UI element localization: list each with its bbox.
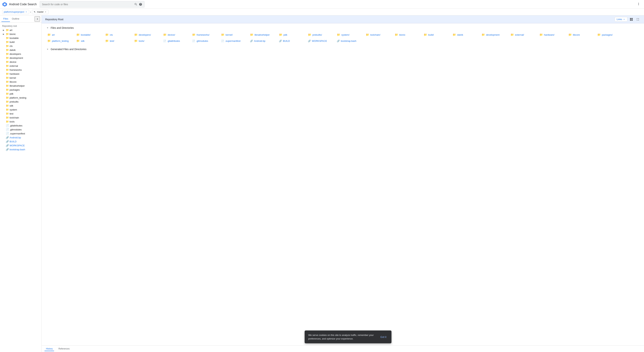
- tree-item-label-frameworks: frameworks: [10, 68, 22, 71]
- folder-icon-kernel: 📁: [6, 76, 9, 79]
- search-bar[interactable]: [40, 1, 144, 8]
- file-item-cts[interactable]: 📁 cts: [104, 32, 133, 37]
- file-item-toolchain[interactable]: 📁 toolchain/: [364, 32, 393, 37]
- file-item-supermanifest[interactable]: 📄 .supermanifest: [220, 38, 248, 43]
- tree-item-gitattributes[interactable]: ▶ 📄 .gitattributes: [0, 124, 42, 128]
- tree-item-hardware[interactable]: ▶ 📁 hardware: [0, 72, 42, 76]
- file-item-tools[interactable]: 📁 tools/: [133, 38, 162, 43]
- file-item-developers[interactable]: 📁 developers/: [133, 32, 162, 37]
- files-section-toggle[interactable]: [46, 26, 49, 30]
- folder-icon-developers: 📁: [6, 52, 9, 55]
- file-item-bootstrap-bash-link[interactable]: 🔗 bootstrap.bash: [336, 38, 364, 43]
- tree-item-test[interactable]: ▶ 📁 test: [0, 112, 42, 116]
- got-it-button[interactable]: Got it: [379, 335, 388, 339]
- tree-item-kernel[interactable]: ▶ 📁 kernel: [0, 76, 42, 80]
- folder-icon: 📁: [134, 39, 138, 42]
- file-item-device[interactable]: 📁 device/: [162, 32, 191, 37]
- file-item-android-bp[interactable]: 🔗 Android.bp: [248, 38, 278, 43]
- tree-item-bootstrap-bash[interactable]: ▶ 🔗 bootstrap.bash: [0, 148, 42, 152]
- file-item-art[interactable]: 📁 art: [46, 32, 75, 37]
- tree-item-build-file[interactable]: ▶ 🔗 BUILD: [0, 140, 42, 144]
- file-item-name: build/: [428, 34, 434, 36]
- tab-outline[interactable]: Outline: [10, 16, 21, 22]
- search-icon[interactable]: [134, 3, 138, 6]
- fullscreen-icon[interactable]: [635, 17, 640, 22]
- file-item-external[interactable]: 📁 external/: [509, 32, 538, 37]
- tree-item-workspace[interactable]: ▶ 🔗 WORKSPACE: [0, 144, 42, 148]
- tree-item-dalvik[interactable]: ▶ 📁 dalvik: [0, 48, 42, 52]
- folder-icon-bootable: 📁: [6, 36, 9, 40]
- tree-item-libnativehelper[interactable]: ▶ 📁 libnativehelper: [0, 84, 42, 88]
- file-item-pdk[interactable]: 📁 pdk: [278, 32, 306, 37]
- folder-icon-packages: 📁: [6, 88, 9, 91]
- file-item-gitattributes[interactable]: 📄 .gitattributes: [162, 38, 191, 43]
- tree-item-frameworks[interactable]: ▶ 📁 frameworks: [0, 68, 42, 72]
- help-icon[interactable]: [139, 3, 142, 6]
- history-tab[interactable]: History: [44, 347, 54, 351]
- tree-item-external[interactable]: ▶ 📁 external: [0, 64, 42, 68]
- file-item-system[interactable]: 📁 system/: [336, 32, 364, 37]
- file-item-development[interactable]: 📁 development: [480, 32, 509, 37]
- tree-item-cts[interactable]: ▶ 📁 cts: [0, 44, 42, 48]
- file-item-kernel[interactable]: 📁 kernel/: [220, 32, 248, 37]
- folder-icon: 📁: [76, 39, 80, 42]
- tree-item-prebuilts[interactable]: ▶ 📁 prebuilts: [0, 100, 42, 104]
- tree-item-label-art: art: [10, 29, 12, 32]
- generated-section-toggle[interactable]: [46, 48, 49, 51]
- tree-item-system[interactable]: ▶ 📁 system: [0, 108, 42, 112]
- file-item-name: Android.bp: [254, 40, 266, 42]
- project-breadcrumb[interactable]: platform/superproject: [2, 10, 29, 14]
- tree-item-sdk[interactable]: ▶ 📁 sdk: [0, 104, 42, 108]
- file-item-test[interactable]: 📁 test/: [104, 38, 133, 43]
- file-item-hardware[interactable]: 📁 hardware/: [538, 32, 567, 37]
- file-item-packages[interactable]: 📁 packages/: [596, 32, 625, 37]
- more-options-icon[interactable]: [635, 1, 642, 8]
- file-item-libcore[interactable]: 📁 libcore: [567, 32, 596, 37]
- tree-item-development[interactable]: ▶ 📁 development: [0, 56, 42, 60]
- file-item-bootable[interactable]: 📁 bootable/: [75, 32, 104, 37]
- tree-item-device[interactable]: ▶ 📁 device: [0, 60, 42, 64]
- file-item-sdk[interactable]: 📁 sdk: [75, 38, 104, 43]
- file-item-libnativehelper[interactable]: 📁 libnativehelper: [248, 32, 278, 37]
- file-item-build[interactable]: 📁 build/: [422, 32, 451, 37]
- tab-files[interactable]: Files: [2, 16, 10, 22]
- tree-item-art[interactable]: ▶ 📁 art: [0, 28, 42, 32]
- tree-item-platform-testing[interactable]: ▶ 📁 platform_testing: [0, 96, 42, 100]
- file-item-build-link[interactable]: 🔗 BUILD: [278, 38, 306, 43]
- file-item-dalvik[interactable]: 📁 dalvik: [451, 32, 480, 37]
- file-item-gitmodules[interactable]: 📄 .gitmodules: [191, 38, 220, 43]
- folder-icon-frameworks: 📁: [6, 68, 9, 71]
- file-item-platform-testing[interactable]: 📁 platform_testing: [46, 38, 75, 43]
- links-button[interactable]: Links: [615, 17, 627, 22]
- tree-item-toolchain[interactable]: ▶ 📁 toolchain: [0, 116, 42, 120]
- tree-item-libcore[interactable]: ▶ 📁 libcore: [0, 80, 42, 84]
- tree-item-build[interactable]: ▶ 📁 build: [0, 40, 42, 44]
- tree-item-developers[interactable]: ▶ 📁 developers: [0, 52, 42, 56]
- tree-item-gitmodules[interactable]: ▶ 📄 .gitmodules: [0, 128, 42, 132]
- tree-item-label-bionic: bionic: [10, 33, 16, 36]
- tree-item-android-bp[interactable]: ▶ 🔗 Android.bp: [0, 136, 42, 140]
- sidebar-collapse-button[interactable]: [34, 16, 40, 22]
- tree-item-packages[interactable]: ▶ 📁 packages: [0, 88, 42, 92]
- tree-item-label-prebuilts: prebuilts: [10, 100, 18, 103]
- tree-item-label-device: device: [10, 60, 16, 63]
- folder-icon: 📁: [279, 33, 282, 36]
- references-tab[interactable]: References: [57, 347, 71, 351]
- tree-item-label-external: external: [10, 64, 18, 67]
- tree-item-pdk[interactable]: ▶ 📁 pdk: [0, 92, 42, 96]
- tree-item-bionic[interactable]: ▶ 📁 bionic: [0, 32, 42, 36]
- file-item-workspace-link[interactable]: 🔗 WORKSPACE: [306, 38, 336, 43]
- tree-item-supermanifest[interactable]: ▶ 📄 .supermanifest: [0, 132, 42, 136]
- file-item-prebuilts[interactable]: 📁 prebuilts/: [306, 32, 336, 37]
- tree-item-tools[interactable]: ▶ 📁 tools: [0, 120, 42, 124]
- branch-breadcrumb[interactable]: master: [32, 10, 48, 14]
- link-chain-icon: 🔗: [308, 40, 311, 42]
- breadcrumb-bar: platform/superproject › master: [0, 9, 644, 16]
- search-input[interactable]: [42, 3, 133, 6]
- tree-item-bootable[interactable]: ▶ 📁 bootable: [0, 36, 42, 40]
- split-view-icon[interactable]: [629, 17, 634, 22]
- file-item-frameworks[interactable]: 📁 frameworks/: [191, 32, 220, 37]
- file-item-bionic[interactable]: 📁 bionic: [393, 32, 422, 37]
- folder-icon-external: 📁: [6, 64, 9, 67]
- tree-item-label-development: development: [10, 56, 23, 59]
